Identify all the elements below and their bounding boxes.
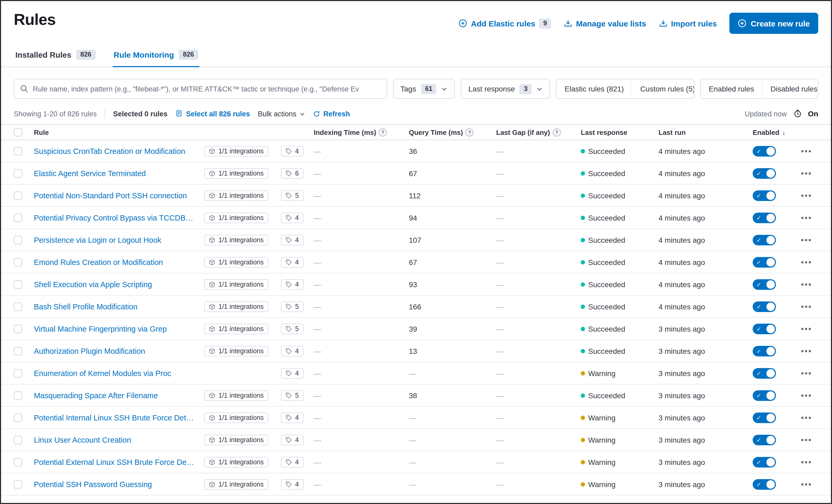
tags-badge[interactable]: 5 xyxy=(281,190,304,201)
custom-rules-filter[interactable]: Custom rules (5) xyxy=(632,79,695,98)
row-actions-button[interactable] xyxy=(799,325,813,332)
enabled-toggle[interactable] xyxy=(753,390,776,401)
integrations-badge[interactable]: 1/1 integrations xyxy=(204,257,268,267)
manage-value-lists-button[interactable]: Manage value lists xyxy=(564,19,646,28)
row-actions-button[interactable] xyxy=(799,237,813,243)
elastic-rules-filter[interactable]: Elastic rules (821) xyxy=(557,79,632,98)
integrations-badge[interactable]: 1/1 integrations xyxy=(204,457,268,467)
enabled-toggle[interactable] xyxy=(753,212,776,223)
tags-badge[interactable]: 4 xyxy=(281,457,304,467)
select-all-checkbox[interactable] xyxy=(14,128,22,136)
rule-name-link[interactable]: Potential Internal Linux SSH Brute Force… xyxy=(34,413,193,422)
integrations-badge[interactable]: 1/1 integrations xyxy=(204,235,268,245)
row-actions-button[interactable] xyxy=(799,214,813,221)
tags-badge[interactable]: 4 xyxy=(281,279,304,290)
row-checkbox[interactable] xyxy=(14,169,22,178)
rule-name-link[interactable]: Virtual Machine Fingerprinting via Grep xyxy=(34,324,166,333)
enabled-rules-filter[interactable]: Enabled rules xyxy=(701,79,762,98)
enabled-toggle[interactable] xyxy=(753,257,776,267)
integrations-badge[interactable]: 1/1 integrations xyxy=(204,301,268,312)
row-checkbox[interactable] xyxy=(14,413,22,422)
row-checkbox[interactable] xyxy=(14,147,22,155)
tags-badge[interactable]: 4 xyxy=(281,412,304,423)
integrations-badge[interactable]: 1/1 integrations xyxy=(204,212,268,223)
row-checkbox[interactable] xyxy=(14,213,22,222)
row-checkbox[interactable] xyxy=(14,347,22,355)
enabled-toggle[interactable] xyxy=(753,412,776,423)
enabled-toggle[interactable] xyxy=(753,346,776,356)
rule-name-link[interactable]: Linux User Account Creation xyxy=(34,435,131,444)
tags-badge[interactable]: 4 xyxy=(281,212,304,223)
disabled-rules-filter[interactable]: Disabled rules xyxy=(762,79,818,98)
help-icon[interactable]: ? xyxy=(379,128,387,136)
tab-rule-monitoring[interactable]: Rule Monitoring 826 xyxy=(112,47,199,67)
row-checkbox[interactable] xyxy=(14,191,22,200)
integrations-badge[interactable]: 1/1 integrations xyxy=(204,323,268,334)
enabled-toggle[interactable] xyxy=(753,279,776,290)
rule-name-link[interactable]: Masquerading Space After Filename xyxy=(34,391,158,400)
row-actions-button[interactable] xyxy=(799,370,813,376)
row-checkbox[interactable] xyxy=(14,324,22,333)
tags-badge[interactable]: 5 xyxy=(281,323,304,334)
help-icon[interactable]: ? xyxy=(466,128,474,136)
tags-badge[interactable]: 4 xyxy=(281,346,304,356)
integrations-badge[interactable]: 1/1 integrations xyxy=(204,146,268,156)
tags-badge[interactable]: 4 xyxy=(281,479,304,489)
column-rule[interactable]: Rule xyxy=(34,128,49,136)
row-actions-button[interactable] xyxy=(799,481,813,487)
tags-badge[interactable]: 4 xyxy=(281,146,304,156)
rule-name-link[interactable]: Potential Privacy Control Bypass via TCC… xyxy=(34,213,193,222)
tags-badge[interactable]: 5 xyxy=(281,301,304,312)
rule-name-link[interactable]: Elastic Agent Service Terminated xyxy=(34,169,146,178)
row-actions-button[interactable] xyxy=(799,303,813,310)
row-checkbox[interactable] xyxy=(14,480,22,488)
column-enabled[interactable]: Enabled xyxy=(753,128,779,136)
row-actions-button[interactable] xyxy=(799,192,813,198)
tags-filter-button[interactable]: Tags 61 xyxy=(393,79,455,99)
last-response-filter-button[interactable]: Last response 3 xyxy=(461,79,550,99)
integrations-badge[interactable]: 1/1 integrations xyxy=(204,412,268,423)
column-query-time[interactable]: Query Time (ms) xyxy=(409,128,463,136)
enabled-toggle[interactable] xyxy=(753,146,776,156)
tab-installed-rules[interactable]: Installed Rules 826 xyxy=(14,47,97,67)
column-last-gap[interactable]: Last Gap (if any) xyxy=(496,128,550,136)
integrations-badge[interactable]: 1/1 integrations xyxy=(204,346,268,356)
row-actions-button[interactable] xyxy=(799,414,813,421)
row-actions-button[interactable] xyxy=(799,259,813,265)
row-checkbox[interactable] xyxy=(14,458,22,466)
rule-name-link[interactable]: Potential Non-Standard Port SSH connecti… xyxy=(34,191,187,200)
add-elastic-rules-button[interactable]: Add Elastic rules 9 xyxy=(459,18,551,28)
bulk-actions-button[interactable]: Bulk actions xyxy=(258,110,306,118)
tags-badge[interactable]: 4 xyxy=(281,257,304,267)
integrations-badge[interactable]: 1/1 integrations xyxy=(204,434,268,445)
integrations-badge[interactable]: 1/1 integrations xyxy=(204,479,268,489)
row-checkbox[interactable] xyxy=(14,302,22,311)
enabled-toggle[interactable] xyxy=(753,235,776,245)
rule-name-link[interactable]: Potential External Linux SSH Brute Force… xyxy=(34,458,194,466)
rule-name-link[interactable]: Potential SSH Password Guessing xyxy=(34,480,152,488)
row-actions-button[interactable] xyxy=(799,348,813,354)
search-input[interactable] xyxy=(33,85,381,93)
refresh-button[interactable]: Refresh xyxy=(313,110,350,118)
integrations-badge[interactable]: 1/1 integrations xyxy=(204,190,268,201)
integrations-badge[interactable]: 1/1 integrations xyxy=(204,279,268,290)
column-last-response[interactable]: Last response xyxy=(581,128,627,136)
enabled-toggle[interactable] xyxy=(753,168,776,179)
row-actions-button[interactable] xyxy=(799,281,813,287)
enabled-toggle[interactable] xyxy=(753,479,776,489)
column-last-run[interactable]: Last run xyxy=(658,128,686,136)
tags-badge[interactable]: 5 xyxy=(281,390,304,401)
row-actions-button[interactable] xyxy=(799,148,813,154)
column-indexing-time[interactable]: Indexing Time (ms) xyxy=(314,128,376,136)
rule-name-link[interactable]: Bash Shell Profile Modification xyxy=(34,302,137,311)
enabled-toggle[interactable] xyxy=(753,323,776,334)
rule-name-link[interactable]: Suspicious CronTab Creation or Modificat… xyxy=(34,147,185,155)
select-all-rules-button[interactable]: Select all 826 rules xyxy=(175,110,250,118)
rule-name-link[interactable]: Emond Rules Creation or Modification xyxy=(34,258,163,266)
rule-name-link[interactable]: Persistence via Login or Logout Hook xyxy=(34,236,161,244)
row-actions-button[interactable] xyxy=(799,459,813,465)
integrations-badge[interactable]: 1/1 integrations xyxy=(204,390,268,401)
rule-name-link[interactable]: Shell Execution via Apple Scripting xyxy=(34,280,152,289)
row-checkbox[interactable] xyxy=(14,258,22,266)
enabled-toggle[interactable] xyxy=(753,301,776,312)
